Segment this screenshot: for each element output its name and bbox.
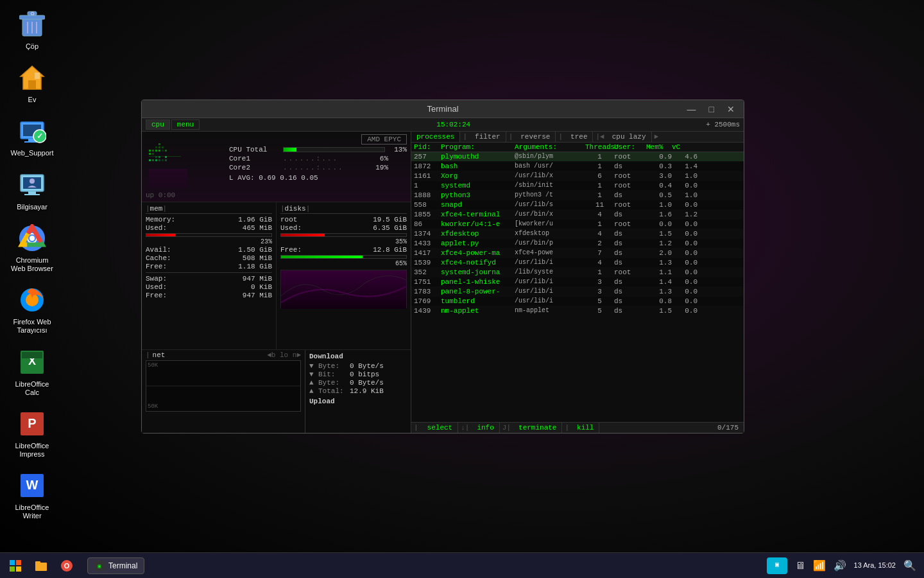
impress-icon-item[interactable]: P LibreOffice Impress <box>6 406 58 461</box>
svg-text:▣: ▣ <box>775 561 779 568</box>
svg-rect-61 <box>10 560 15 565</box>
mem-used-bar <box>146 233 272 237</box>
net-scale-bot: 50K <box>148 403 158 410</box>
swap-val: 947 MiB <box>243 275 272 283</box>
header-args: Arguments: <box>515 143 585 151</box>
svg-rect-44 <box>162 146 164 148</box>
mem-used-fill <box>146 234 175 236</box>
down-arrow: ▼ <box>309 362 316 370</box>
svg-text:♻: ♻ <box>30 11 35 17</box>
disk-free-bar <box>280 255 407 259</box>
mem-header: |mem| <box>146 205 272 214</box>
home-icon-item[interactable]: Ev <box>6 60 58 107</box>
tab-sep3: | <box>556 132 565 142</box>
maximize-button[interactable]: □ <box>705 103 718 116</box>
minimize-button[interactable]: — <box>683 103 700 116</box>
svg-rect-41 <box>158 143 160 145</box>
net-byte-up-val: 0 Byte/s <box>350 379 384 387</box>
up-arrow: ▲ <box>309 379 316 387</box>
cpu-total-fill <box>284 148 296 152</box>
net-bit-label: Bit: <box>318 371 347 378</box>
disk-section: |disks| root 19.5 GiB Used: 6.35 GiB <box>277 202 411 349</box>
swap-used-label: Used: <box>146 283 167 291</box>
close-button[interactable]: ✕ <box>723 103 739 116</box>
table-row[interactable]: 1374 xfdesktop xfdesktop 4 ds 1.5 0.0 <box>411 229 744 239</box>
firefox-icon-item[interactable]: Firefox Web Tarayıcısı <box>6 282 58 337</box>
search-tray-icon[interactable]: 🔍 <box>903 559 916 572</box>
table-row[interactable]: 1433 applet.py /usr/bin/p 2 ds 1.2 0.0 <box>411 239 744 249</box>
sound-tray-icon[interactable]: 🔊 <box>834 559 846 572</box>
tab-reverse[interactable]: reverse <box>515 132 556 142</box>
table-row[interactable]: 1439 nm-applet nm-applet 5 ds 1.5 0.0 <box>411 306 744 316</box>
tab-sep2: | <box>506 132 516 142</box>
writer-icon: W <box>17 470 47 501</box>
wifi-tray-icon[interactable]: 📶 <box>813 559 826 572</box>
disk-used-row: Used: 6.35 GiB <box>280 224 407 232</box>
net-total-row: ▲ Total: 12.9 KiB <box>309 387 407 395</box>
table-row[interactable]: 352 systemd-journa /lib/syste 1 root 1.1… <box>411 268 744 277</box>
chromium-icon-item[interactable]: Chromium Web Browser <box>6 220 58 276</box>
header-vc: vC <box>672 143 697 151</box>
cmd-button[interactable]: ▣ <box>767 557 787 574</box>
svg-text:P: P <box>28 416 36 430</box>
table-row[interactable]: 257 plymouthd @sbin/plym 1 root 0.9 4.6 <box>411 152 744 162</box>
swap-free-label: Free: <box>146 292 167 299</box>
mem-used-pct: 23% <box>146 238 272 245</box>
net-info: Download ▼ Byte: 0 Byte/s ▼ Bit: 0 bitps <box>305 350 411 433</box>
disk-header-label: disks <box>285 205 306 213</box>
chromium-label: Chromium Web Browser <box>11 256 53 273</box>
terminal-taskbar-btn[interactable]: ▣ Terminal <box>87 557 144 574</box>
table-row[interactable]: 1783 panel-8-power- /usr/lib/i 3 ds 1.3 … <box>411 287 744 297</box>
tab-cpu[interactable]: cpu <box>146 119 170 130</box>
up-arrow2: ▲ <box>309 387 316 395</box>
desktop-icons: ♻ Çöp Ev <box>6 6 58 523</box>
table-row[interactable]: 1769 tumblerd /usr/lib/i 5 ds 0.8 0.0 <box>411 297 744 306</box>
tab-tree[interactable]: tree <box>565 132 593 142</box>
calc-icon: X <box>17 347 47 378</box>
table-row[interactable]: 1 systemd /sbin/init 1 root 0.4 0.0 <box>411 181 744 191</box>
disk-root-row: root 19.5 GiB <box>280 216 407 223</box>
table-row[interactable]: 1751 panel-1-whiske /usr/lib/i 3 ds 1.4 … <box>411 277 744 287</box>
net-total-val: 12.9 KiB <box>350 387 384 395</box>
disk-used-label: Used: <box>280 224 302 232</box>
footer-kill[interactable]: kill <box>572 423 599 433</box>
trash-icon-item[interactable]: ♻ Çöp <box>6 6 58 53</box>
network-tray-icon[interactable]: 🖥 <box>795 560 805 572</box>
file-manager-button[interactable] <box>31 556 51 576</box>
svg-rect-30 <box>22 352 42 358</box>
tab-filter[interactable]: filter <box>470 132 506 142</box>
table-row[interactable]: 86 kworker/u4:1-e [kworker/u 1 root 0.0 … <box>411 220 744 229</box>
table-row[interactable]: 1855 xfce4-terminal /usr/bin/x 4 ds 1.6 … <box>411 210 744 220</box>
tab-cpu-lazy[interactable]: cpu lazy <box>607 132 652 142</box>
tab-processes[interactable]: processes <box>411 132 460 142</box>
svg-point-25 <box>30 236 35 241</box>
footer-info[interactable]: info <box>472 423 499 433</box>
taskbar-date: 13 Ara, 15:02 <box>854 561 896 570</box>
tab-menu[interactable]: menu <box>171 119 200 130</box>
web-support-icon-item[interactable]: ✓ Web_Support <box>6 113 58 160</box>
cpu-total-bar <box>283 147 385 152</box>
office-button[interactable]: O <box>56 556 77 576</box>
htop-delay: + 2500ms <box>706 121 740 128</box>
core2-label: Core2 <box>229 164 280 171</box>
taskbar-apps: ▣ Terminal <box>82 557 759 574</box>
cpu-art <box>146 137 223 191</box>
table-row[interactable]: 1417 xfce4-power-ma xfce4-powe 7 ds 2.0 … <box>411 249 744 258</box>
footer-terminate[interactable]: terminate <box>513 423 562 433</box>
footer-select[interactable]: select <box>421 423 459 433</box>
computer-icon-item[interactable]: Bilgisayar <box>6 167 58 214</box>
terminal-titlebar: Terminal — □ ✕ <box>142 100 744 118</box>
core1-dots: ......:... <box>283 155 366 162</box>
table-row[interactable]: 1888 python3 python3 /t 1 ds 0.5 1.0 <box>411 191 744 200</box>
svg-rect-55 <box>165 156 167 158</box>
calc-icon-item[interactable]: X LibreOffice Calc <box>6 344 58 399</box>
table-row[interactable]: 558 snapd /usr/lib/s 11 root 1.0 0.0 <box>411 200 744 210</box>
net-byte-down-val: 0 Byte/s <box>350 362 384 370</box>
mem-used-label: Used: <box>146 224 167 232</box>
table-row[interactable]: 1161 Xorg /usr/lib/x 6 root 3.0 1.0 <box>411 171 744 181</box>
writer-icon-item[interactable]: W LibreOffice Writer <box>6 468 58 523</box>
table-row[interactable]: 1539 xfce4-notifyd /usr/lib/i 4 ds 1.3 0… <box>411 258 744 268</box>
table-row[interactable]: 1872 bash bash /usr/ 1 ds 0.3 1.4 <box>411 162 744 171</box>
svg-rect-46 <box>165 150 167 152</box>
start-button[interactable] <box>5 556 26 576</box>
